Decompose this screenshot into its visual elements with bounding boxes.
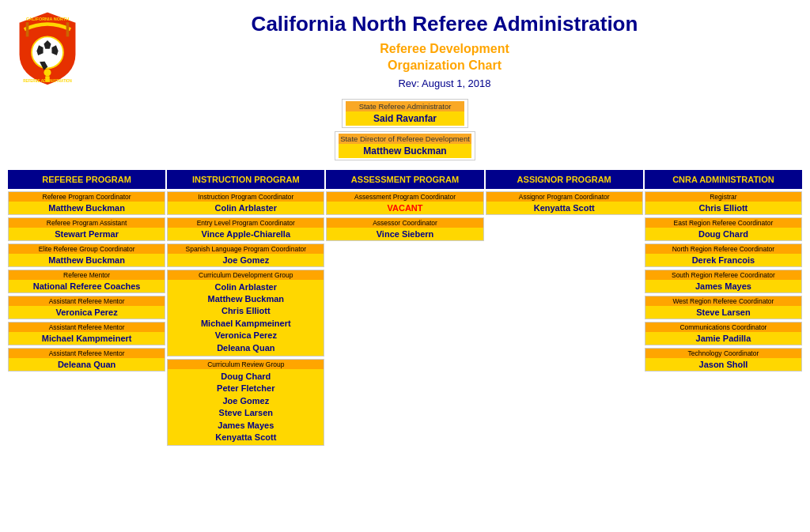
state-director-box: State Director of Referee Development Ma… [335,131,475,160]
state-admin-label: State Referee Administrator [346,101,464,111]
cnra-box-4: West Region Referee Coordinator Steve La… [645,296,802,319]
cnra-box-2: North Region Referee Coordinator Derek F… [645,243,802,267]
state-admin-box: State Referee Administrator Said Ravanfa… [342,99,468,128]
svg-rect-7 [66,22,70,36]
cnra-box-6: Technology Coordinator Jason Sholl [645,348,802,372]
main-title: California North Referee Administration [87,12,802,36]
instruction-program-col: INSTRUCTION PROGRAM Instruction Program … [167,170,324,447]
svg-point-10 [44,69,51,76]
referee-program-header: REFEREE PROGRAM [8,170,165,189]
svg-text:CALIFORNIA NORTH: CALIFORNIA NORTH [26,17,69,21]
referee-program-col: REFEREE PROGRAM Referee Program Coordina… [8,170,165,447]
top-section: State Referee Administrator Said Ravanfa… [8,97,802,162]
cnra-box-3: South Region Referee Coordinator James M… [645,270,802,293]
rp-box-3: Referee Mentor National Referee Coaches [8,270,165,293]
cnra-box-5: Communications Coordinator Jamie Padilla [645,322,802,345]
ip-box-1: Entry Level Program Coordinator Vince Ap… [167,217,324,241]
instruction-program-header: INSTRUCTION PROGRAM [167,170,324,189]
rp-box-4: Assistant Referee Mentor Veronica Perez [8,296,165,319]
revision-date: Rev: August 1, 2018 [87,77,802,89]
ap-box-0: Assessment Program Coordinator VACANT [326,191,483,215]
cnra-box-1: East Region Referee Coordinator Doug Cha… [645,217,802,241]
header: CALIFORNIA NORTH REFEREE ADMINISTRATION … [8,8,802,89]
svg-rect-6 [26,22,29,36]
ip-box-2: Spanish Language Program Coordinator Joe… [167,243,324,267]
cnra-box-0: Registrar Chris Elliott [645,191,802,215]
sub-title: Referee Development Organization Chart [87,41,802,74]
page: CALIFORNIA NORTH REFEREE ADMINISTRATION … [0,0,810,454]
ip-curriculum-review: Curriculum Review Group Doug Chard Peter… [167,359,324,446]
cnra-admin-header: CNRA ADMINISTRATION [645,170,802,189]
columns: REFEREE PROGRAM Referee Program Coordina… [8,170,802,447]
assignor-program-header: ASSIGNOR PROGRAM [486,170,643,189]
header-text: California North Referee Administration … [87,8,802,89]
asgn-box-0: Assignor Program Coordinator Kenyatta Sc… [486,191,643,215]
assignor-program-col: ASSIGNOR PROGRAM Assignor Program Coordi… [486,170,643,447]
svg-rect-11 [45,76,49,81]
rp-box-5: Assistant Referee Mentor Michael Kampmei… [8,322,165,345]
ip-box-0: Instruction Program Coordinator Colin Ar… [167,191,324,215]
ip-curriculum-dev: Curriculum Development Group Colin Arbla… [167,270,324,357]
ap-box-1: Assessor Coordinator Vince Siebern [326,217,483,241]
state-director-label: State Director of Referee Development [339,134,471,144]
cnra-admin-col: CNRA ADMINISTRATION Registrar Chris Elli… [645,170,802,447]
assessment-program-col: ASSESSMENT PROGRAM Assessment Program Co… [326,170,483,447]
rp-box-0: Referee Program Coordinator Matthew Buck… [8,191,165,215]
rp-box-1: Referee Program Assistant Stewart Permar [8,217,165,241]
cnra-logo: CALIFORNIA NORTH REFEREE ADMINISTRATION [8,8,87,87]
rp-box-2: Elite Referee Group Coordinator Matthew … [8,243,165,267]
state-director-name: Matthew Buckman [339,144,471,158]
rp-box-6: Assistant Referee Mentor Deleana Quan [8,348,165,372]
assessment-program-header: ASSESSMENT PROGRAM [326,170,483,189]
state-admin-name: Said Ravanfar [346,111,464,126]
